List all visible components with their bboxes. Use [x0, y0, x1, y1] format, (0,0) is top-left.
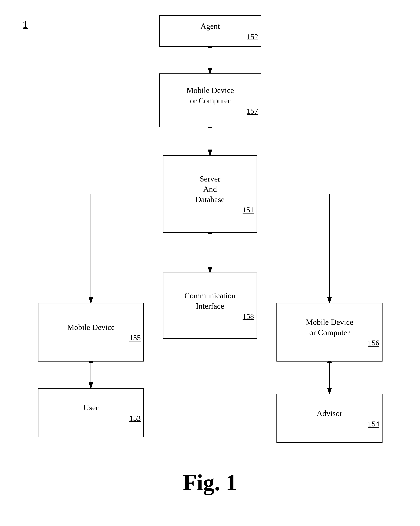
advisor-box: Advisor 154 — [277, 394, 382, 443]
mobile-device-computer-top-box: Mobile Deviceor Computer 157 — [159, 73, 261, 127]
mobile-device-left-number: 155 — [129, 333, 143, 342]
mobile-device-computer-right-number: 156 — [368, 338, 382, 347]
mobile-device-left-label: Mobile Device — [67, 322, 115, 333]
agent-box: Agent 152 — [159, 15, 261, 47]
user-number: 153 — [129, 414, 143, 423]
figure-label: Fig. 1 — [0, 470, 420, 496]
diagram-container: 1 Agent 152 Mobile Deviceor Computer 157… — [0, 0, 420, 526]
mobile-device-computer-top-number: 157 — [247, 107, 261, 115]
advisor-label: Advisor — [317, 408, 342, 419]
communication-interface-box: CommunicationInterface 158 — [163, 273, 257, 339]
mobile-device-computer-right-label: Mobile Deviceor Computer — [306, 317, 353, 338]
communication-interface-label: CommunicationInterface — [184, 291, 236, 311]
advisor-number: 154 — [368, 419, 382, 428]
server-database-number: 151 — [243, 205, 256, 214]
server-database-box: ServerAndDatabase 151 — [163, 155, 257, 233]
agent-label: Agent — [201, 21, 220, 31]
diagram-number: 1 — [23, 19, 28, 30]
mobile-device-left-box: Mobile Device 155 — [38, 303, 144, 362]
agent-number: 152 — [247, 32, 261, 41]
mobile-device-computer-top-label: Mobile Deviceor Computer — [186, 85, 234, 106]
communication-interface-number: 158 — [243, 312, 256, 321]
user-label: User — [83, 403, 98, 413]
server-database-label: ServerAndDatabase — [195, 174, 225, 205]
user-box: User 153 — [38, 388, 144, 437]
mobile-device-computer-right-box: Mobile Deviceor Computer 156 — [277, 303, 382, 362]
